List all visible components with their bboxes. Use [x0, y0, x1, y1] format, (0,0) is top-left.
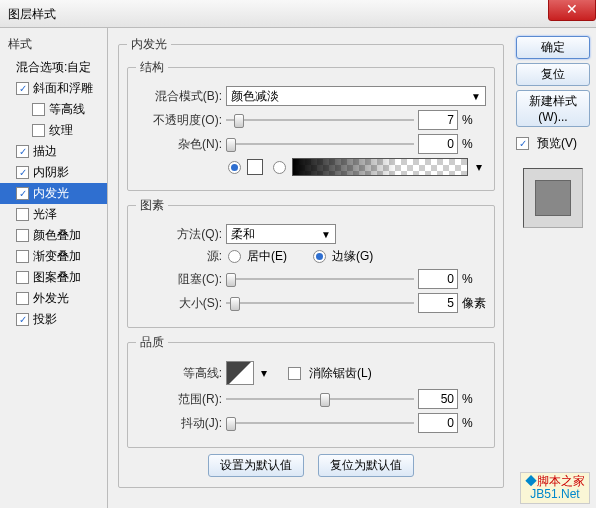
sidebar-item-8[interactable]: 渐变叠加: [0, 246, 107, 267]
sidebar-item-label: 等高线: [49, 101, 85, 118]
contour-picker[interactable]: [226, 361, 254, 385]
sidebar-checkbox-7[interactable]: [16, 229, 29, 242]
opacity-label: 不透明度(O):: [136, 112, 222, 129]
sidebar-item-label: 渐变叠加: [33, 248, 81, 265]
sidebar-item-label: 内发光: [33, 185, 69, 202]
sidebar-item-label: 外发光: [33, 290, 69, 307]
sidebar-checkbox-3[interactable]: ✓: [16, 145, 29, 158]
watermark-bullet: ◆: [525, 474, 537, 488]
technique-label: 方法(Q):: [136, 226, 222, 243]
preview-thumbnail: [523, 168, 583, 228]
sidebar-header: 样式: [0, 32, 107, 57]
sidebar-item-label: 纹理: [49, 122, 73, 139]
contour-dropdown-icon[interactable]: ▾: [258, 366, 270, 380]
sidebar-item-1[interactable]: 等高线: [0, 99, 107, 120]
sidebar-item-label: 内阴影: [33, 164, 69, 181]
sidebar-checkbox-8[interactable]: [16, 250, 29, 263]
titlebar: 图层样式 ✕: [0, 0, 596, 28]
range-input[interactable]: 50: [418, 389, 458, 409]
styles-sidebar: 样式 混合选项:自定 ✓斜面和浮雕等高线纹理✓描边✓内阴影✓内发光光泽颜色叠加渐…: [0, 28, 108, 508]
cancel-button[interactable]: 复位: [516, 63, 590, 86]
antialias-checkbox[interactable]: [288, 367, 301, 380]
window-title: 图层样式: [8, 7, 56, 21]
color-radio[interactable]: [228, 161, 241, 174]
sidebar-item-label: 描边: [33, 143, 57, 160]
noise-slider[interactable]: [226, 136, 414, 152]
sidebar-item-0[interactable]: ✓斜面和浮雕: [0, 78, 107, 99]
sidebar-item-9[interactable]: 图案叠加: [0, 267, 107, 288]
range-slider[interactable]: [226, 391, 414, 407]
jitter-label: 抖动(J):: [136, 415, 222, 432]
sidebar-item-label: 光泽: [33, 206, 57, 223]
sidebar-checkbox-2[interactable]: [32, 124, 45, 137]
close-button[interactable]: ✕: [548, 0, 596, 21]
reset-default-button[interactable]: 复位为默认值: [318, 454, 414, 477]
noise-label: 杂色(N):: [136, 136, 222, 153]
sidebar-item-7[interactable]: 颜色叠加: [0, 225, 107, 246]
content-panel: 内发光 结构 混合模式(B): 颜色减淡 不透明度(O): 7 % 杂色(N):…: [108, 28, 510, 508]
choke-slider[interactable]: [226, 271, 414, 287]
sidebar-item-11[interactable]: ✓投影: [0, 309, 107, 330]
structure-fieldset: 结构 混合模式(B): 颜色减淡 不透明度(O): 7 % 杂色(N): 0 %: [127, 59, 495, 191]
sidebar-item-2[interactable]: 纹理: [0, 120, 107, 141]
color-swatch[interactable]: [247, 159, 263, 175]
right-column: 确定 复位 新建样式(W)... ✓ 预览(V): [510, 28, 596, 508]
inner-glow-fieldset: 内发光 结构 混合模式(B): 颜色减淡 不透明度(O): 7 % 杂色(N):…: [118, 36, 504, 488]
source-label: 源:: [136, 248, 222, 265]
sidebar-checkbox-6[interactable]: [16, 208, 29, 221]
sidebar-item-6[interactable]: 光泽: [0, 204, 107, 225]
jitter-input[interactable]: 0: [418, 413, 458, 433]
sidebar-item-label: 投影: [33, 311, 57, 328]
blend-options-default[interactable]: 混合选项:自定: [0, 57, 107, 78]
elements-fieldset: 图素 方法(Q): 柔和 源: 居中(E) 边缘(G) 阻塞(C): 0: [127, 197, 495, 328]
sidebar-checkbox-5[interactable]: ✓: [16, 187, 29, 200]
sidebar-item-label: 斜面和浮雕: [33, 80, 93, 97]
ok-button[interactable]: 确定: [516, 36, 590, 59]
jitter-slider[interactable]: [226, 415, 414, 431]
opacity-slider[interactable]: [226, 112, 414, 128]
choke-label: 阻塞(C):: [136, 271, 222, 288]
preview-checkbox[interactable]: ✓: [516, 137, 529, 150]
gradient-dropdown-icon[interactable]: ▾: [472, 160, 486, 174]
blend-mode-label: 混合模式(B):: [136, 88, 222, 105]
sidebar-checkbox-9[interactable]: [16, 271, 29, 284]
make-default-button[interactable]: 设置为默认值: [208, 454, 304, 477]
gradient-picker[interactable]: [292, 158, 468, 176]
gradient-radio[interactable]: [273, 161, 286, 174]
sidebar-checkbox-0[interactable]: ✓: [16, 82, 29, 95]
size-slider[interactable]: [226, 295, 414, 311]
choke-input[interactable]: 0: [418, 269, 458, 289]
new-style-button[interactable]: 新建样式(W)...: [516, 90, 590, 127]
sidebar-item-3[interactable]: ✓描边: [0, 141, 107, 162]
source-center-radio[interactable]: [228, 250, 241, 263]
contour-label: 等高线:: [136, 365, 222, 382]
sidebar-item-label: 颜色叠加: [33, 227, 81, 244]
sidebar-checkbox-11[interactable]: ✓: [16, 313, 29, 326]
watermark: ◆脚本之家 JB51.Net: [520, 472, 590, 504]
quality-fieldset: 品质 等高线: ▾ 消除锯齿(L) 范围(R): 50 % 抖动(J):: [127, 334, 495, 448]
sidebar-checkbox-1[interactable]: [32, 103, 45, 116]
technique-combo[interactable]: 柔和: [226, 224, 336, 244]
source-edge-radio[interactable]: [313, 250, 326, 263]
size-label: 大小(S):: [136, 295, 222, 312]
opacity-input[interactable]: 7: [418, 110, 458, 130]
sidebar-item-label: 图案叠加: [33, 269, 81, 286]
size-input[interactable]: 5: [418, 293, 458, 313]
sidebar-checkbox-4[interactable]: ✓: [16, 166, 29, 179]
blend-mode-combo[interactable]: 颜色减淡: [226, 86, 486, 106]
sidebar-item-5[interactable]: ✓内发光: [0, 183, 107, 204]
noise-input[interactable]: 0: [418, 134, 458, 154]
panel-title: 内发光: [127, 36, 171, 53]
sidebar-checkbox-10[interactable]: [16, 292, 29, 305]
sidebar-item-4[interactable]: ✓内阴影: [0, 162, 107, 183]
sidebar-item-10[interactable]: 外发光: [0, 288, 107, 309]
range-label: 范围(R):: [136, 391, 222, 408]
